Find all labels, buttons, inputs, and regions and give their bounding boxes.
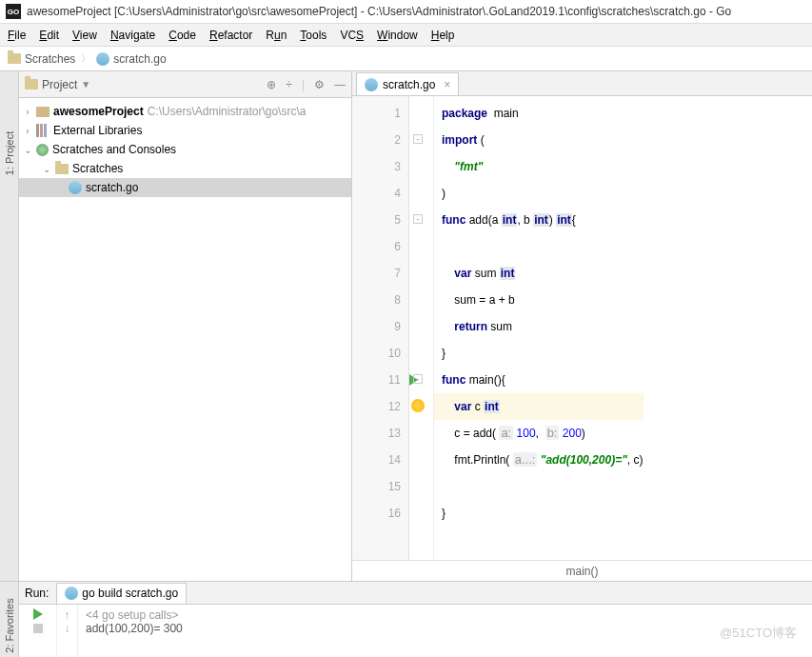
menu-help[interactable]: Help: [431, 29, 455, 42]
fold-icon[interactable]: -: [413, 214, 423, 224]
project-pane-title[interactable]: Project ▼: [25, 78, 267, 91]
title-bar: GO awesomeProject [C:\Users\Administrato…: [0, 0, 812, 24]
menu-run[interactable]: Run: [266, 29, 287, 42]
project-pane: Project ▼ ⊕ ÷ | ⚙ — › awesomeProject C:\…: [19, 71, 352, 581]
target-icon[interactable]: ⊕: [267, 78, 276, 91]
run-result: add(100,200)= 300: [86, 622, 183, 635]
run-header: Run: go build scratch.go: [19, 582, 812, 605]
nav-bar: Scratches 〉 scratch.go: [0, 47, 812, 71]
tree-file-scratch[interactable]: scratch.go: [19, 178, 351, 197]
nav-root[interactable]: Scratches: [8, 52, 75, 66]
breadcrumb[interactable]: main(): [352, 560, 812, 581]
sidebar-favorites-tab[interactable]: 2: Favorites: [4, 598, 15, 652]
folder-icon: [55, 164, 69, 174]
go-file-icon: [69, 181, 82, 194]
chevron-down-icon: ⌄: [23, 145, 32, 155]
menu-bar: File Edit View Navigate Code Refactor Ru…: [0, 24, 812, 47]
project-icon: [36, 107, 50, 117]
project-pane-header: Project ▼ ⊕ ÷ | ⚙ —: [19, 71, 351, 98]
close-icon[interactable]: ×: [444, 78, 450, 91]
tree-scratches[interactable]: ⌄ Scratches: [19, 159, 351, 178]
code-area[interactable]: 12345678910 11 1213141516 - - - package …: [352, 96, 812, 560]
code-content[interactable]: package main import ( "fmt" ) func add(a…: [434, 96, 644, 560]
chevron-down-icon: ▼: [81, 79, 90, 90]
run-config-tab[interactable]: go build scratch.go: [56, 583, 187, 604]
menu-vcs[interactable]: VCS: [340, 29, 364, 42]
project-tree: › awesomeProject C:\Users\Administrator\…: [19, 98, 351, 201]
main-area: 1: Project Project ▼ ⊕ ÷ | ⚙ — › awesome…: [0, 71, 812, 581]
go-file-icon: [365, 78, 378, 91]
up-icon[interactable]: ↑: [57, 608, 77, 622]
collapse-icon[interactable]: ÷: [286, 78, 292, 91]
run-setup-calls: <4 go setup calls>: [86, 608, 183, 622]
menu-refactor[interactable]: Refactor: [209, 29, 252, 42]
chevron-right-icon: ›: [23, 126, 32, 136]
fold-icon[interactable]: -: [413, 374, 423, 384]
tree-ext-libs[interactable]: › External Libraries: [19, 121, 351, 140]
editor-pane: scratch.go × 12345678910 11 1213141516 -…: [352, 71, 812, 581]
run-tool-window: 2: Favorites Run: go build scratch.go ↑ …: [0, 581, 812, 657]
app-icon: GO: [6, 4, 21, 19]
editor-tabs: scratch.go ×: [352, 71, 812, 96]
menu-edit[interactable]: Edit: [39, 29, 59, 42]
menu-navigate[interactable]: Navigate: [110, 29, 155, 42]
fold-gutter: - - -: [409, 96, 434, 560]
menu-window[interactable]: Window: [377, 29, 418, 42]
menu-tools[interactable]: Tools: [300, 29, 327, 42]
tab-label: scratch.go: [383, 78, 435, 91]
library-icon: [36, 124, 50, 137]
run-output[interactable]: <4 go setup calls> add(100,200)= 300: [78, 605, 190, 657]
sidebar-project-tab[interactable]: 1: Project: [4, 131, 15, 175]
rerun-button[interactable]: [33, 608, 43, 620]
run-toolbar: [19, 605, 57, 657]
stop-button[interactable]: [33, 624, 43, 633]
go-file-icon: [65, 587, 78, 600]
folder-icon: [25, 79, 38, 90]
tree-root-name: awesomeProject: [53, 105, 144, 118]
tree-scratches-consoles[interactable]: ⌄ Scratches and Consoles: [19, 140, 351, 159]
menu-view[interactable]: View: [72, 29, 97, 42]
down-icon[interactable]: ↓: [57, 622, 77, 635]
line-gutter: 12345678910 11 1213141516: [352, 96, 409, 560]
fold-icon[interactable]: -: [413, 134, 423, 144]
gear-icon[interactable]: ⚙: [314, 78, 325, 91]
hide-icon[interactable]: —: [334, 78, 346, 91]
scratches-icon: [36, 144, 49, 156]
nav-file[interactable]: scratch.go: [96, 52, 166, 66]
nav-root-label: Scratches: [25, 52, 75, 66]
tab-scratch[interactable]: scratch.go ×: [356, 72, 459, 95]
menu-file[interactable]: File: [8, 29, 26, 42]
go-file-icon: [96, 52, 109, 66]
menu-code[interactable]: Code: [168, 29, 196, 42]
tree-root-path: C:\Users\Administrator\go\src\a: [148, 105, 307, 118]
run-label: Run:: [25, 587, 49, 600]
folder-icon: [8, 53, 21, 64]
left-tool-strip: 1: Project: [0, 71, 19, 581]
chevron-right-icon: ›: [23, 107, 32, 117]
nav-file-label: scratch.go: [113, 52, 166, 66]
left-tool-strip-bottom: 2: Favorites: [0, 582, 19, 657]
lightbulb-icon[interactable]: [411, 399, 425, 412]
chevron-down-icon: ⌄: [42, 164, 51, 174]
window-title: awesomeProject [C:\Users\Administrator\g…: [27, 5, 731, 18]
chevron-right-icon: 〉: [81, 52, 90, 66]
tree-root[interactable]: › awesomeProject C:\Users\Administrator\…: [19, 102, 351, 121]
